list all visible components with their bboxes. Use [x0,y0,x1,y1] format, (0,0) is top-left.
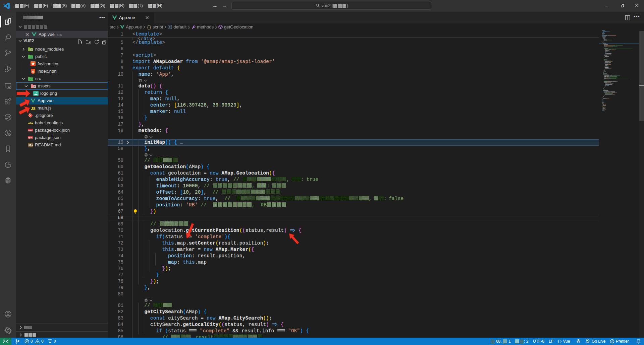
svg-text:npm: npm [29,129,33,131]
svg-text:5: 5 [32,70,34,73]
svg-text:npm: npm [29,137,33,139]
svg-text:babel: babel [28,121,33,125]
svg-text:JS: JS [31,106,35,110]
